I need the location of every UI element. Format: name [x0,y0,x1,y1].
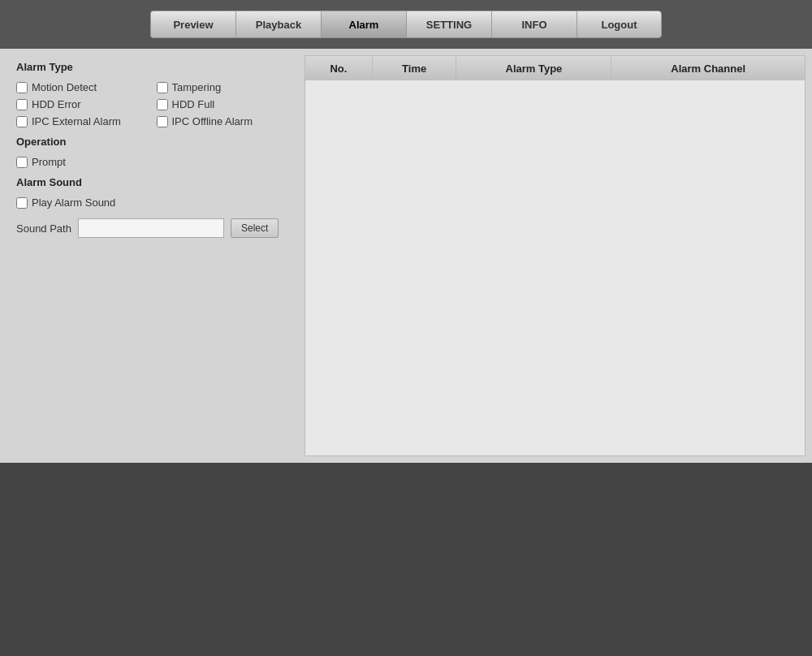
sound-path-input[interactable] [78,218,224,238]
play-alarm-sound-checkbox[interactable] [16,197,28,209]
alarm-type-checkboxes: Motion Detect Tampering HDD Error HDD Fu… [16,81,288,127]
nav-bar: Preview Playback Alarm SETTING INFO Logo… [0,0,812,49]
nav-preview-button[interactable]: Preview [150,11,235,38]
operation-title: Operation [16,136,288,148]
col-alarm-channel: Alarm Channel [611,56,805,80]
alarm-table-header-row: No. Time Alarm Type Alarm Channel [305,56,805,80]
play-alarm-sound-item: Play Alarm Sound [16,196,288,209]
alarm-sound-title: Alarm Sound [16,176,288,188]
ipc-external-alarm-checkbox[interactable] [16,116,28,127]
alarm-table-panel: No. Time Alarm Type Alarm Channel [304,55,806,456]
alarm-table: No. Time Alarm Type Alarm Channel [305,56,805,80]
tampering-checkbox[interactable] [157,82,168,93]
operation-section: Prompt [16,156,288,168]
motion-detect-item: Motion Detect [16,81,149,93]
ipc-offline-alarm-item: IPC Offline Alarm [157,115,289,127]
hdd-full-item: HDD Full [157,98,289,110]
select-button[interactable]: Select [231,218,279,238]
nav-playback-button[interactable]: Playback [235,11,321,38]
col-time: Time [372,56,456,80]
tampering-label: Tampering [172,81,222,93]
main-content: Alarm Type Motion Detect Tampering HDD E… [0,49,812,463]
hdd-full-checkbox[interactable] [157,99,168,110]
nav-info-button[interactable]: INFO [491,11,577,38]
sound-path-label: Sound Path [16,222,71,235]
ipc-offline-alarm-label: IPC Offline Alarm [172,115,253,127]
nav-setting-button[interactable]: SETTING [406,11,491,38]
hdd-error-item: HDD Error [16,98,149,110]
alarm-type-title: Alarm Type [16,61,288,73]
play-alarm-sound-label: Play Alarm Sound [32,196,115,209]
nav-logout-button[interactable]: Logout [577,11,662,38]
sound-path-row: Sound Path Select [16,218,288,238]
prompt-label: Prompt [32,156,66,168]
tampering-item: Tampering [157,81,289,93]
prompt-checkbox[interactable] [16,157,28,168]
hdd-error-label: HDD Error [32,98,81,110]
hdd-error-checkbox[interactable] [16,99,28,110]
ipc-external-alarm-label: IPC External Alarm [32,115,121,127]
ipc-external-alarm-item: IPC External Alarm [16,115,149,127]
prompt-item: Prompt [16,156,288,168]
col-alarm-type: Alarm Type [456,56,611,80]
hdd-full-label: HDD Full [172,98,215,110]
bottom-area [0,463,812,656]
left-panel: Alarm Type Motion Detect Tampering HDD E… [0,49,304,463]
ipc-offline-alarm-checkbox[interactable] [157,116,168,127]
col-no: No. [305,56,372,80]
motion-detect-checkbox[interactable] [16,82,28,93]
motion-detect-label: Motion Detect [32,81,97,93]
nav-alarm-button[interactable]: Alarm [321,11,406,38]
